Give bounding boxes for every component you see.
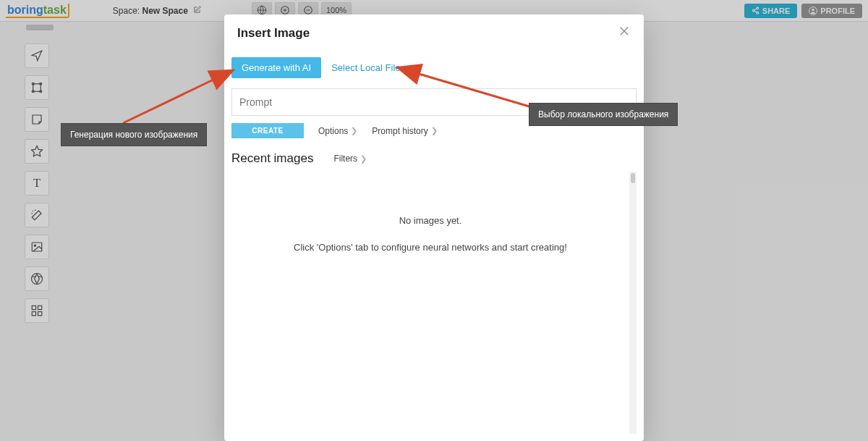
empty-state-line1: No images yet. [231,215,629,226]
chevron-right-icon: ❯ [431,126,438,135]
generate-ai-tab[interactable]: Generate with AI [231,57,321,78]
empty-state-line2: Click 'Options' tab to configure neural … [231,242,629,253]
svg-rect-14 [33,84,41,92]
chevron-right-icon: ❯ [351,126,357,135]
annotation-generate: Генерация нового изображения [61,123,207,146]
minus-circle-icon [303,5,313,15]
edit-space-icon[interactable] [193,6,201,16]
svg-point-22 [32,274,43,285]
svg-point-21 [34,245,35,246]
recent-images-heading: Recent images [231,151,313,166]
svg-marker-19 [32,146,43,156]
chevron-right-icon: ❯ [360,154,367,164]
svg-line-25 [35,279,37,284]
plus-circle-icon [280,5,290,15]
create-button[interactable]: CREATE [231,123,304,138]
wand-icon [30,209,43,222]
text-tool[interactable]: T [25,171,49,196]
annotation-select-local: Выбор локального изображения [529,103,678,126]
grid-tool[interactable] [25,298,49,323]
inspector-placeholder [26,25,54,30]
note-tool[interactable] [25,107,49,132]
svg-point-1 [752,9,754,12]
sticky-note-icon [30,113,43,126]
magic-tool[interactable] [25,203,49,227]
svg-line-3 [754,11,757,12]
insert-image-modal: Insert Image Generate with AI Select Loc… [224,14,644,441]
image-icon [30,240,43,253]
svg-rect-30 [38,306,42,309]
svg-rect-29 [32,306,35,309]
close-icon[interactable] [618,25,631,41]
svg-point-0 [757,7,759,9]
recent-images-area: No images yet. Click 'Options' tab to co… [231,172,637,434]
globe-icon [257,5,267,15]
cursor-icon [30,49,43,62]
frame-tool[interactable] [25,75,49,100]
svg-line-4 [754,9,757,10]
scrollbar-thumb[interactable] [631,173,635,183]
svg-line-28 [37,279,39,284]
aperture-icon [30,272,43,285]
cursor-tool[interactable] [25,43,49,68]
user-icon [809,7,817,15]
svg-line-36 [123,71,231,123]
image-tool[interactable] [25,235,49,259]
share-icon [752,7,760,14]
star-tool[interactable] [25,139,49,164]
modal-tabs: Generate with AI Select Local File [231,57,637,78]
aperture-tool[interactable] [25,266,49,291]
modal-title: Insert Image [237,26,310,41]
app-logo[interactable]: boringtask [6,4,69,18]
svg-rect-32 [38,312,42,316]
svg-point-6 [812,8,815,11]
frame-icon [30,81,43,94]
svg-point-2 [757,12,759,14]
svg-rect-20 [32,243,42,251]
star-icon [30,145,43,158]
prompt-history-link[interactable]: Prompt history ❯ [372,126,437,136]
profile-button[interactable]: PROFILE [801,4,862,18]
filters-link[interactable]: Filters ❯ [333,154,367,164]
text-icon: T [33,176,41,190]
share-button[interactable]: SHARE [744,4,798,18]
space-indicator: Space: New Space [113,6,201,16]
svg-rect-31 [32,312,35,316]
grid-icon [30,304,43,317]
left-toolbar: T [25,43,49,323]
select-local-tab[interactable]: Select Local File [321,57,410,78]
modal-header: Insert Image [224,14,644,51]
options-link[interactable]: Options ❯ [318,126,357,136]
